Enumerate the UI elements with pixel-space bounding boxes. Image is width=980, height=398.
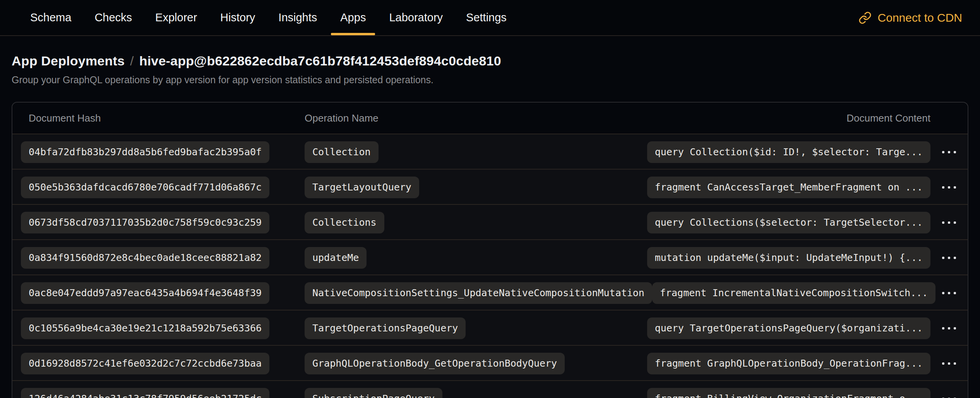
operation-name-chip: SubscriptionPageQuery [305, 388, 442, 398]
row-menu-button[interactable] [930, 311, 968, 346]
ellipsis-icon [942, 362, 944, 365]
nav-tab-insights[interactable]: Insights [267, 0, 329, 35]
table-body: 04bfa72dfb83b297dd8a5b6fed9bafac2b395a0f… [12, 134, 968, 398]
ellipsis-icon [954, 151, 956, 153]
document-content-chip: query Collection($id: ID!, $selector: Ta… [647, 141, 930, 163]
page-subtitle: Group your GraphQL operations by app ver… [12, 74, 968, 86]
nav-tab-settings[interactable]: Settings [454, 0, 518, 35]
ellipsis-icon [942, 186, 944, 189]
document-content-chip: query Collections($selector: TargetSelec… [647, 212, 930, 233]
ellipsis-icon [954, 221, 956, 224]
operation-name-chip: NativeCompositionSettings_UpdateNativeCo… [305, 282, 652, 304]
connect-to-cdn-link[interactable]: Connect to CDN [858, 0, 962, 35]
operation-name-chip: updateMe [305, 247, 367, 269]
nav-tabs: Schema Checks Explorer History Insights … [19, 0, 518, 35]
operation-name-chip: Collections [305, 212, 384, 233]
nav-tab-label: Laboratory [389, 11, 443, 24]
nav-tab-label: Schema [30, 11, 71, 24]
table-row: 0ac8e047eddd97a97eac6435a4b694f4e3648f39… [12, 274, 968, 310]
link-icon [858, 11, 872, 24]
breadcrumb-section: App Deployments [12, 53, 125, 69]
connect-to-cdn-label: Connect to CDN [878, 11, 962, 24]
document-content-chip: fragment BillingView_OrganizationFragmen… [647, 388, 930, 398]
operation-name-chip: TargetLayoutQuery [305, 177, 419, 198]
ellipsis-icon [948, 327, 950, 329]
nav-tab-label: Settings [466, 11, 507, 24]
document-hash-chip: 04bfa72dfb83b297dd8a5b6fed9bafac2b395a0f [21, 141, 269, 163]
nav-tab-label: Insights [278, 11, 317, 24]
row-menu-button[interactable] [930, 134, 968, 170]
document-content-chip: query TargetOperationsPageQuery($organiz… [647, 317, 930, 339]
document-hash-chip: 0c10556a9be4ca30e19e21c1218a592b75e63366 [21, 317, 269, 339]
ellipsis-icon [942, 327, 944, 329]
table-header: Document Hash Operation Name Document Co… [12, 103, 968, 134]
nav-tab-label: Apps [340, 11, 366, 24]
ellipsis-icon [954, 292, 956, 294]
deployments-table: Document Hash Operation Name Document Co… [12, 102, 968, 398]
table-row: 0a834f91560d872e8c4bec0ade18ceec88821a82… [12, 239, 968, 274]
ellipsis-icon [948, 151, 950, 153]
ellipsis-icon [942, 221, 944, 224]
nav-tab-apps[interactable]: Apps [329, 0, 377, 35]
row-menu-button[interactable] [930, 170, 968, 205]
row-menu-button[interactable] [930, 381, 968, 398]
document-content-chip: fragment GraphQLOperationBody_OperationF… [647, 353, 930, 374]
ellipsis-icon [954, 327, 956, 329]
top-nav: Schema Checks Explorer History Insights … [0, 0, 980, 36]
ellipsis-icon [942, 151, 944, 153]
nav-tab-label: Checks [94, 11, 132, 24]
ellipsis-icon [942, 292, 944, 294]
ellipsis-icon [948, 362, 950, 365]
nav-tab-label: Explorer [155, 11, 197, 24]
row-menu-button[interactable] [930, 275, 968, 311]
ellipsis-icon [948, 257, 950, 259]
ellipsis-icon [948, 221, 950, 224]
document-content-chip: fragment CanAccessTarget_MemberFragment … [647, 177, 930, 198]
table-row: 050e5b363dafdcacd6780e706cadf771d06a867c… [12, 169, 968, 204]
operation-name-chip: TargetOperationsPageQuery [305, 317, 466, 339]
nav-tab-schema[interactable]: Schema [19, 0, 83, 35]
table-row: 0c10556a9be4ca30e19e21c1218a592b75e63366… [12, 310, 968, 345]
document-content-chip: fragment IncrementalNativeCompositionSwi… [652, 282, 935, 304]
nav-tab-explorer[interactable]: Explorer [144, 0, 209, 35]
operation-name-chip: Collection [305, 141, 379, 163]
ellipsis-icon [954, 257, 956, 259]
document-hash-chip: 0d16928d8572c41ef6e032d2c7c72ccbd6e73baa [21, 353, 269, 374]
table-row: 126d46a4284abe31c13c78f7959d56eeb21725dc… [12, 380, 968, 398]
nav-tab-laboratory[interactable]: Laboratory [377, 0, 454, 35]
breadcrumb-app-id: hive-app@b622862ecdba7c61b78f412453def89… [139, 53, 501, 69]
document-hash-chip: 0a834f91560d872e8c4bec0ade18ceec88821a82 [21, 247, 269, 269]
column-header-document-hash: Document Hash [21, 112, 305, 124]
ellipsis-icon [954, 186, 956, 189]
document-hash-chip: 050e5b363dafdcacd6780e706cadf771d06a867c [21, 177, 269, 198]
page-title: App Deployments / hive-app@b622862ecdba7… [12, 53, 968, 69]
nav-tab-history[interactable]: History [209, 0, 267, 35]
active-tab-indicator [331, 33, 375, 35]
nav-tab-label: History [220, 11, 255, 24]
column-header-document-content: Document Content [846, 112, 930, 124]
row-menu-button[interactable] [930, 205, 968, 240]
table-row: 04bfa72dfb83b297dd8a5b6fed9bafac2b395a0f… [12, 134, 968, 169]
table-row: 0673df58cd7037117035b2d0c758f59c0c93c259… [12, 204, 968, 239]
breadcrumb-separator: / [130, 53, 134, 69]
ellipsis-icon [954, 362, 956, 365]
operation-name-chip: GraphQLOperationBody_GetOperationBodyQue… [305, 353, 565, 374]
ellipsis-icon [948, 186, 950, 189]
column-header-operation-name: Operation Name [305, 112, 379, 124]
app-deployments-page: App Deployments / hive-app@b622862ecdba7… [0, 53, 980, 398]
table-row: 0d16928d8572c41ef6e032d2c7c72ccbd6e73baa… [12, 345, 968, 380]
ellipsis-icon [948, 292, 950, 294]
document-hash-chip: 0ac8e047eddd97a97eac6435a4b694f4e3648f39 [21, 282, 269, 304]
nav-tab-checks[interactable]: Checks [83, 0, 144, 35]
ellipsis-icon [942, 257, 944, 259]
row-menu-button[interactable] [930, 346, 968, 381]
document-content-chip: mutation updateMe($input: UpdateMeInput!… [647, 247, 930, 269]
document-hash-chip: 0673df58cd7037117035b2d0c758f59c0c93c259 [21, 212, 269, 233]
row-menu-button[interactable] [930, 240, 968, 275]
document-hash-chip: 126d46a4284abe31c13c78f7959d56eeb21725dc [21, 388, 269, 398]
